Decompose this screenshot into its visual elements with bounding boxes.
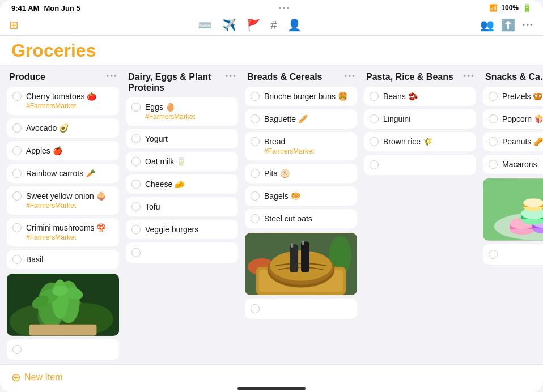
item-text: Pretzels 🥨: [502, 92, 542, 101]
item-checkbox[interactable]: [370, 114, 379, 123]
item-checkbox[interactable]: [12, 191, 22, 201]
main-content: Produce•••Cherry tomatoes 🍅#FarmersMarke…: [0, 65, 543, 383]
item-checkbox[interactable]: [12, 92, 22, 101]
column-header-dairy-eggs: Dairy, Eggs & Plant Proteins•••: [126, 71, 239, 97]
item-checkbox[interactable]: [12, 223, 22, 232]
list-item[interactable]: Avocado 🥑: [7, 118, 119, 138]
item-text: Veggie burgers: [145, 225, 198, 234]
status-right: 📶 100% 🔋: [489, 3, 532, 12]
hashtag-icon[interactable]: #: [271, 19, 277, 32]
item-checkbox[interactable]: [251, 191, 260, 201]
navigation-icon[interactable]: ✈️: [222, 18, 236, 32]
item-checkbox[interactable]: [251, 92, 260, 101]
list-item[interactable]: Cherry tomatoes 🍅#FarmersMarket: [7, 87, 119, 115]
item-checkbox[interactable]: [12, 255, 22, 264]
status-date: Mon Jun 5: [44, 4, 80, 12]
list-item[interactable]: Eggs 🥚#FarmersMarket: [126, 97, 238, 126]
list-item[interactable]: Yogurt: [126, 129, 238, 148]
empty-checkbox: [489, 250, 498, 259]
add-item-produce[interactable]: [7, 339, 119, 360]
person-icon[interactable]: 👤: [287, 18, 302, 32]
item-checkbox[interactable]: [370, 92, 379, 101]
list-item[interactable]: Pretzels 🥨: [483, 87, 543, 106]
toolbar-right: 👥 ⬆️ •••: [480, 18, 534, 32]
item-checkbox[interactable]: [12, 169, 22, 178]
list-item[interactable]: Popcorn 🍿: [483, 109, 543, 129]
item-checkbox[interactable]: [131, 225, 141, 234]
flag-icon[interactable]: 🚩: [247, 18, 261, 32]
keyboard-icon[interactable]: ⌨️: [198, 18, 212, 32]
list-item[interactable]: Tofu: [126, 197, 238, 216]
column-menu-produce[interactable]: •••: [106, 71, 118, 80]
column-header-produce: Produce•••: [7, 71, 120, 87]
item-text: Baguette 🥖: [264, 114, 308, 123]
list-item[interactable]: Sweet yellow onion 🧅#FarmersMarket: [7, 186, 119, 215]
item-checkbox[interactable]: [251, 169, 260, 178]
item-text: Popcorn 🍿: [502, 114, 543, 123]
item-checkbox[interactable]: [251, 137, 260, 146]
basil-photo: [7, 274, 119, 336]
item-text: Brioche burger buns 🍔: [264, 92, 347, 101]
add-item-pasta-rice[interactable]: [364, 155, 476, 175]
list-item[interactable]: Brioche burger buns 🍔: [245, 87, 357, 106]
list-item[interactable]: Brown rice 🌾: [364, 132, 476, 151]
status-time: 9:41 AM: [11, 4, 39, 12]
share-group-icon[interactable]: 👥: [480, 18, 494, 32]
item-checkbox[interactable]: [251, 114, 260, 123]
item-checkbox[interactable]: [12, 146, 22, 155]
list-item[interactable]: Bagels 🥯: [245, 186, 357, 206]
item-checkbox[interactable]: [489, 92, 498, 101]
empty-checkbox: [251, 304, 260, 313]
item-checkbox[interactable]: [131, 103, 141, 112]
item-checkbox[interactable]: [251, 214, 260, 223]
list-item[interactable]: Beans 🫘: [364, 87, 476, 106]
list-item[interactable]: Oat milk 🥛: [126, 152, 238, 171]
list-item[interactable]: Veggie burgers: [126, 220, 238, 239]
empty-checkbox: [131, 248, 141, 257]
item-checkbox[interactable]: [12, 123, 22, 133]
item-text: Macarons: [502, 160, 537, 169]
item-checkbox[interactable]: [489, 114, 498, 123]
list-item[interactable]: Apples 🍎: [7, 141, 119, 160]
battery-text: 100%: [501, 4, 519, 12]
more-options-icon[interactable]: •••: [522, 20, 534, 29]
list-item[interactable]: Peanuts 🥜: [483, 132, 543, 151]
share-icon[interactable]: ⬆️: [501, 18, 515, 32]
column-menu-pasta-rice[interactable]: •••: [463, 71, 475, 80]
item-text: Cherry tomatoes 🍅: [26, 92, 96, 101]
item-checkbox[interactable]: [131, 180, 141, 189]
item-text: Steel cut oats: [264, 214, 312, 223]
item-tag: #FarmersMarket: [26, 102, 113, 110]
svg-rect-23: [302, 241, 304, 245]
add-item-snacks[interactable]: [483, 244, 543, 265]
item-text: Basil: [26, 255, 43, 264]
add-item-breads-cereals[interactable]: [245, 299, 357, 319]
item-checkbox[interactable]: [131, 134, 141, 143]
item-checkbox[interactable]: [131, 157, 141, 166]
list-item[interactable]: Bread#FarmersMarket: [245, 132, 357, 160]
list-item[interactable]: Baguette 🥖: [245, 109, 357, 129]
column-menu-breads-cereals[interactable]: •••: [344, 71, 356, 80]
list-item[interactable]: Cheese 🧀: [126, 174, 238, 194]
item-checkbox[interactable]: [370, 137, 379, 146]
item-checkbox[interactable]: [489, 160, 498, 169]
list-item[interactable]: Rainbow carrots 🥕: [7, 164, 119, 183]
list-item[interactable]: Basil: [7, 250, 119, 269]
item-text: Bagels 🥯: [264, 191, 300, 201]
home-indicator: [237, 387, 306, 390]
empty-checkbox: [370, 160, 379, 169]
new-item-button[interactable]: ⊕ New Item: [11, 370, 63, 384]
item-text: Cheese 🧀: [145, 180, 184, 189]
sidebar-toggle-icon[interactable]: ⊞: [9, 18, 19, 32]
list-item[interactable]: Crimini mushrooms 🍄#FarmersMarket: [7, 218, 119, 246]
add-item-dairy-eggs[interactable]: [126, 242, 238, 263]
list-item[interactable]: Macarons: [483, 155, 543, 174]
list-item[interactable]: Steel cut oats: [245, 209, 357, 228]
column-items-dairy-eggs: Eggs 🥚#FarmersMarketYogurtOat milk 🥛Chee…: [126, 97, 239, 263]
item-checkbox[interactable]: [489, 137, 498, 146]
column-menu-dairy-eggs[interactable]: •••: [225, 71, 237, 80]
list-item[interactable]: Linguini: [364, 109, 476, 129]
item-checkbox[interactable]: [131, 202, 141, 211]
column-header-snacks: Snacks & Ca…•••: [483, 71, 543, 87]
list-item[interactable]: Pita 🫓: [245, 164, 357, 183]
